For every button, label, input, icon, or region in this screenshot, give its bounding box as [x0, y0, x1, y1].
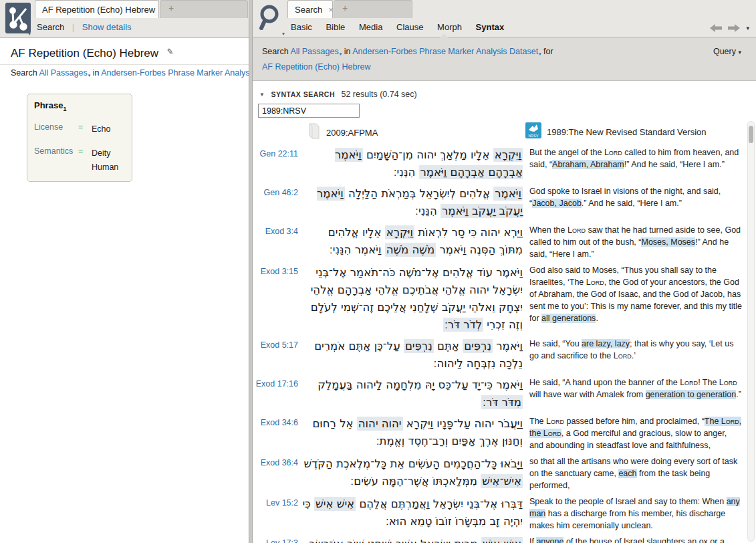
phrase-query-block[interactable]: Phrase1 License = Echo Semantics = Deity…	[27, 94, 132, 182]
verse-reference-link[interactable]: Gen 22:11	[255, 146, 298, 181]
search-word: Search	[262, 47, 289, 56]
history-navigation: ▾	[710, 24, 749, 32]
hebrew-match-highlight: לְדֹר דֹּר׃	[443, 318, 483, 332]
hebrew-match-highlight: וַיִּקְרָא	[493, 148, 523, 162]
tab-morph[interactable]: Morph	[437, 22, 462, 32]
hebrew-text: וַיֹּאמֶר אֱלֹהִים לְיִשְׂרָאֵל בְּמַרְא…	[302, 185, 523, 220]
syntax-query-panel: ▾ AF Repetition (Echo) Hebrew × + Search…	[0, 0, 249, 543]
hebrew-match-highlight: נִרְפִּים	[463, 339, 493, 353]
show-details-link[interactable]: Show details	[82, 22, 132, 32]
verse-reference-link[interactable]: Exod 17:16	[255, 376, 298, 411]
hebrew-match-highlight: מִדֹּר דֹּר׃	[481, 395, 523, 409]
back-arrow-icon[interactable]	[710, 24, 722, 32]
chevron-down-icon: ▾	[539, 51, 541, 56]
query-menu-button[interactable]: Query ▾	[713, 47, 741, 56]
chevron-down-icon: ▾	[88, 73, 91, 78]
result-row: Exod 5:17וַיֹּאמֶר נִרְפִּים אַתֶּם נִרְ…	[255, 338, 743, 372]
left-tab[interactable]: AF Repetition (Echo) Hebrew ×	[35, 0, 159, 18]
english-match-highlight: generation to generation	[646, 390, 737, 399]
dataset-link[interactable]: Andersen-Forbes Phrase Marker Analysis D	[101, 68, 249, 78]
verse-reference-link[interactable]: Exod 36:4	[255, 455, 298, 492]
right-panel-chrome: ▾ Search × + Basic Bible Media Clause Mo…	[253, 0, 756, 38]
chevron-down-icon: ▾	[738, 49, 741, 56]
english-text-segment: has a discharge from his member, his dis…	[529, 509, 725, 530]
tab-bible[interactable]: Bible	[326, 22, 345, 32]
hebrew-match-highlight: וַיֹּאמֶר	[493, 187, 523, 201]
for-word: for	[543, 47, 553, 56]
hebrew-match-highlight: יהוה יהוה	[357, 417, 403, 431]
english-text-segment: .’	[632, 351, 636, 360]
english-text-segment: But the angel of the	[529, 148, 604, 157]
verse-reference-link[interactable]: Lev 15:2	[255, 496, 298, 532]
search-app-icon[interactable]	[257, 3, 285, 33]
tab-media[interactable]: Media	[359, 22, 382, 32]
phrase-block-title: Phrase1	[34, 100, 125, 112]
verse-reference-link[interactable]: Exod 34:6	[255, 415, 298, 451]
verse-reference-link[interactable]: Exod 3:4	[255, 224, 298, 260]
query-name-link[interactable]: AF Repetition (Echo) Hebrew	[262, 62, 371, 72]
english-text-segment: When the	[529, 225, 568, 235]
version-filter-input[interactable]	[258, 104, 360, 118]
hebrew-match-highlight: וַיִּקְרָא	[385, 225, 414, 239]
forward-arrow-icon[interactable]	[728, 24, 740, 32]
chevron-down-icon: ▾	[340, 51, 342, 56]
result-row: Exod 3:15וַיֹּאמֶר עוֹד אֱלֹהִים אֶל־מֹש…	[255, 264, 743, 334]
scrollbar-thumb[interactable]	[749, 126, 753, 143]
syntax-search-section-header[interactable]: ▼ Syntax Search 52 results (0.74 sec)	[259, 90, 417, 99]
verse-reference-link[interactable]: Lev 17:3	[255, 536, 298, 543]
dataset-link[interactable]: Andersen-Forbes Phrase Marker Analysis D…	[352, 47, 538, 56]
english-match-highlight: Lord	[543, 429, 561, 438]
english-text: But the angel of the Lord called to him …	[529, 146, 742, 181]
verse-reference-link[interactable]: Exod 3:15	[255, 264, 298, 334]
nrsv-icon: NRSV	[525, 122, 541, 138]
hebrew-match-highlight: אִישׁ אִישׁ	[314, 497, 356, 511]
result-row: Exod 17:16וַיֹּאמֶר כִּי־יָד עַל־כֵּס יָ…	[255, 376, 743, 411]
english-text: Speak to the people of Israel and say to…	[529, 496, 742, 532]
left-search-scope-line: Search All Passages▾ in Andersen-Forbes …	[11, 68, 249, 78]
collapse-caret-icon[interactable]: ▼	[259, 92, 265, 98]
new-tab-button[interactable]: +	[160, 0, 248, 18]
title-divider	[0, 64, 249, 65]
tab-basic[interactable]: Basic	[291, 22, 312, 32]
panel-icon-caret[interactable]: ▾	[28, 31, 31, 37]
english-text-segment: .”	[736, 390, 741, 399]
hebrew-text: וַיֹּאמֶר עוֹד אֱלֹהִים אֶל־מֹשֶׁה כֹּה־…	[302, 264, 523, 334]
english-match-highlight: Jacob, Jacob	[532, 199, 582, 208]
result-row: Exod 34:6וַיַּעֲבֹר יהוה עַל־פָּנָיו וַי…	[255, 415, 743, 451]
tab-clause[interactable]: Clause	[396, 22, 423, 32]
hebrew-match-highlight: אִישׁ־אִישׁ	[481, 474, 523, 488]
license-label: License	[34, 122, 78, 136]
english-text-segment: .	[596, 314, 598, 323]
verse-reference-link[interactable]: Gen 46:2	[255, 185, 298, 220]
section-title: Syntax Search	[271, 90, 335, 98]
hebrew-text: וַיֹּאמֶר כִּי־יָד עַל־כֵּס יָהּ מִלְחָמ…	[302, 376, 523, 411]
panel-menu-caret[interactable]: ▾	[746, 25, 749, 31]
english-text-segment: The	[529, 417, 546, 426]
right-tab[interactable]: Search ×	[287, 0, 333, 18]
result-row: Exod 3:4וַיַּרְא יהוה כִּי סָר לִרְאוֹת …	[255, 224, 743, 260]
new-tab-button[interactable]: +	[334, 0, 412, 18]
query-title-text: AF Repetition (Echo) Hebrew	[11, 47, 158, 60]
edit-pencil-icon[interactable]: ✎	[165, 47, 175, 55]
panel-icon-caret[interactable]: ▾	[282, 31, 285, 37]
english-text-segment: Lord	[680, 378, 698, 387]
verse-reference-link[interactable]: Exod 5:17	[255, 338, 298, 372]
syntax-search-app-icon[interactable]	[5, 3, 31, 33]
results-scrollbar[interactable]	[747, 121, 755, 542]
nrsv-column-label: 1989:The New Revised Standard Version	[547, 127, 706, 137]
magnifier-icon	[257, 3, 285, 33]
english-text-segment: .” And he said, “Here I am.”	[582, 199, 682, 208]
result-row: Gen 46:2וַיֹּאמֶר אֱלֹהִים לְיִשְׂרָאֵל …	[255, 185, 743, 220]
english-match-highlight: are lazy, lazy	[582, 339, 630, 348]
semantics-label: Semantics	[34, 146, 78, 175]
english-text: God spoke to Israel in visions of the ni…	[529, 185, 742, 220]
tab-syntax[interactable]: Syntax	[476, 22, 505, 32]
hebrew-text: אִישׁ אִישׁ מִבֵּית יִשְׂרָאֵל אֲשֶׁר יִ…	[302, 536, 523, 543]
phrase-row-semantics: Semantics = Deity Human	[34, 146, 125, 175]
close-icon[interactable]: ×	[328, 5, 334, 15]
all-passages-link[interactable]: All Passages	[39, 68, 87, 78]
in-word: in	[344, 47, 351, 56]
english-text: If anyone of the house of Israel slaught…	[529, 536, 742, 543]
all-passages-link[interactable]: All Passages	[290, 47, 338, 56]
search-kind-tabs: Basic Bible Media Clause Morph Syntax	[291, 22, 515, 32]
